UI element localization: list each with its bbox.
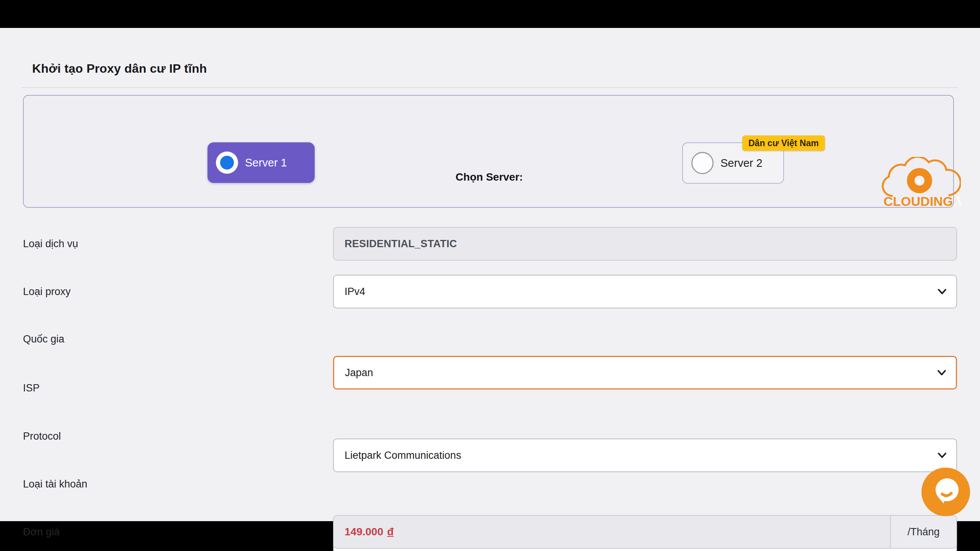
chat-widget-button[interactable]	[921, 468, 970, 516]
page-content: Khởi tạo Proxy dân cư IP tĩnh Chọn Serve…	[0, 28, 980, 521]
label-service-type: Loại dịch vụ	[23, 238, 78, 250]
server-chooser-card: Chọn Server: Server 1 Dân cư Việt Nam Se…	[23, 95, 954, 208]
server-2-radio-unchecked-icon[interactable]	[691, 152, 714, 174]
server-2-residential-vn-badge: Dân cư Việt Nam	[742, 135, 825, 151]
server-1-button[interactable]: Server 1	[207, 142, 315, 183]
clouding-vn-logo: CLOUDING.VN	[878, 157, 961, 210]
label-proxy-type: Loại proxy	[23, 286, 71, 298]
server-2-label: Server 2	[720, 157, 763, 170]
proxy-type-select[interactable]: IPv4	[333, 275, 957, 308]
isp-value: Lietpark Communications	[345, 450, 461, 461]
isp-select[interactable]: Lietpark Communications	[333, 439, 957, 472]
service-type-value: RESIDENTIAL_STATIC	[345, 238, 457, 250]
chevron-down-icon	[936, 286, 948, 297]
server-chooser-heading: Chọn Server:	[24, 171, 955, 183]
label-isp: ISP	[23, 382, 40, 394]
currency-dong-symbol: đ	[387, 526, 394, 538]
country-value: Japan	[345, 367, 373, 379]
label-protocol: Protocol	[23, 430, 61, 442]
logo-wordmark: CLOUDING.VN	[884, 194, 961, 209]
label-unit-price: Đơn giá	[23, 526, 60, 538]
unit-price-field: 149.000 đ	[333, 515, 890, 549]
title-divider	[21, 87, 959, 88]
page-title: Khởi tạo Proxy dân cư IP tĩnh	[32, 62, 207, 76]
unit-price-group: 149.000 đ /Tháng	[333, 515, 957, 549]
server-1-radio-checked-icon[interactable]	[216, 152, 238, 174]
label-account-type: Loại tài khoản	[23, 478, 87, 490]
unit-price-value: 149.000	[345, 526, 383, 538]
label-country: Quốc gia	[23, 333, 64, 345]
service-type-field: RESIDENTIAL_STATIC	[333, 227, 957, 261]
country-select[interactable]: Japan	[333, 356, 957, 390]
chevron-down-icon	[936, 450, 948, 461]
proxy-type-value: IPv4	[345, 286, 365, 298]
per-month-addon: /Tháng	[890, 515, 957, 549]
speech-bubble-icon	[936, 478, 959, 501]
chevron-down-icon	[936, 367, 947, 378]
screen: Khởi tạo Proxy dân cư IP tĩnh Chọn Serve…	[0, 0, 980, 551]
server-1-label: Server 1	[245, 156, 287, 169]
